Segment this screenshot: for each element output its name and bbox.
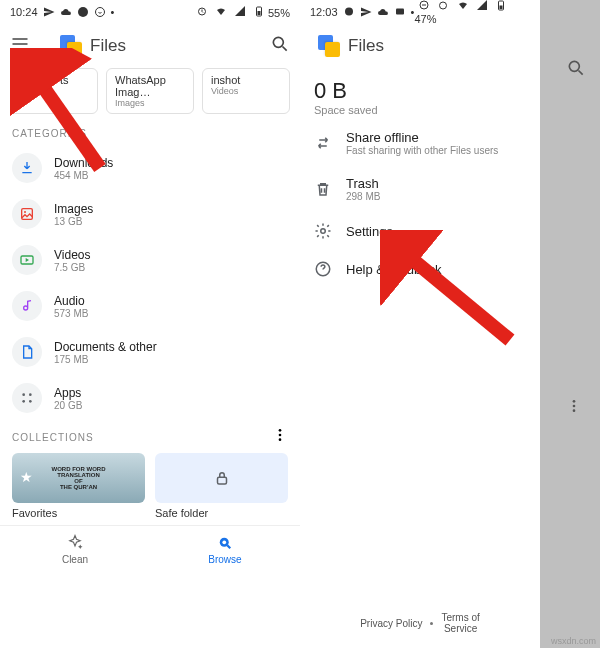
doc-icon xyxy=(12,337,42,367)
svg-point-11 xyxy=(22,400,25,403)
send-icon xyxy=(43,6,55,18)
dot-separator xyxy=(430,622,433,625)
collections-label: COLLECTIONS xyxy=(12,432,94,443)
nav-clean[interactable]: Clean xyxy=(0,526,150,573)
status-bar: 10:24 • 55% xyxy=(0,0,300,24)
svg-rect-24 xyxy=(499,6,502,10)
facebook-icon xyxy=(77,6,89,18)
drawer-share-offline[interactable]: Share offlineFast sharing with other Fil… xyxy=(300,120,540,166)
svg-point-29 xyxy=(573,405,576,408)
svg-point-18 xyxy=(222,540,226,544)
circle-arrow-icon xyxy=(94,6,106,18)
svg-point-13 xyxy=(279,429,282,432)
tos-link[interactable]: Terms ofService xyxy=(441,612,479,634)
alarm-icon xyxy=(196,5,208,17)
svg-point-28 xyxy=(573,400,576,403)
time-label: 12:03 xyxy=(310,6,338,18)
cloud-icon xyxy=(60,6,72,18)
messenger-icon xyxy=(343,6,355,18)
trash-icon xyxy=(314,180,332,198)
swap-icon xyxy=(314,134,332,152)
svg-point-25 xyxy=(321,229,326,234)
more-vert-icon[interactable] xyxy=(566,398,582,418)
sparkle-icon xyxy=(66,534,84,552)
browse-icon xyxy=(216,534,234,552)
category-videos[interactable]: Videos7.5 GB xyxy=(0,237,300,283)
battery-icon xyxy=(253,5,265,17)
wifi-icon xyxy=(457,0,469,11)
audio-icon xyxy=(12,291,42,321)
safe-thumb xyxy=(155,453,288,503)
status-bar: 12:03 • 47% xyxy=(300,0,540,24)
svg-rect-20 xyxy=(396,9,404,15)
svg-rect-16 xyxy=(217,477,226,484)
watermark: wsxdn.com xyxy=(551,636,596,646)
collections-row: WORD FOR WORD TRANSLATION OF THE QUR'AN … xyxy=(0,447,300,525)
svg-point-1 xyxy=(95,8,104,17)
svg-rect-4 xyxy=(257,11,260,15)
chip-inshot[interactable]: inshot Videos xyxy=(202,68,290,114)
lock-icon xyxy=(213,469,231,487)
help-icon xyxy=(314,260,332,278)
status-right: 47% xyxy=(414,0,530,25)
cloud-icon xyxy=(377,6,389,18)
svg-point-14 xyxy=(279,434,282,437)
collection-favorites[interactable]: WORD FOR WORD TRANSLATION OF THE QUR'AN … xyxy=(12,453,145,519)
more-vert-icon[interactable] xyxy=(272,427,288,447)
app-title: Files xyxy=(348,36,384,56)
drawer-header: Files xyxy=(300,24,540,68)
dnd-icon xyxy=(418,0,430,11)
svg-point-15 xyxy=(279,438,282,441)
dot-icon: • xyxy=(111,6,115,18)
send-icon xyxy=(360,6,372,18)
collection-safe-folder[interactable]: Safe folder xyxy=(155,453,288,519)
drawer-trash[interactable]: Trash298 MB xyxy=(300,166,540,212)
svg-point-19 xyxy=(345,8,353,16)
apps-icon xyxy=(12,383,42,413)
svg-rect-6 xyxy=(22,209,33,220)
svg-point-12 xyxy=(29,400,32,403)
svg-point-5 xyxy=(273,37,283,47)
alarm-icon xyxy=(437,0,449,11)
space-saved-block: 0 B Space saved xyxy=(300,68,540,120)
drawer-footer: Privacy Policy Terms ofService xyxy=(300,598,540,648)
category-images[interactable]: Images13 GB xyxy=(0,191,300,237)
svg-point-30 xyxy=(573,409,576,412)
battery-icon xyxy=(495,0,507,11)
svg-point-10 xyxy=(29,393,32,396)
chat-icon xyxy=(394,6,406,18)
status-right: 55% xyxy=(192,5,290,19)
signal-icon xyxy=(476,0,488,11)
space-amount: 0 B xyxy=(314,78,526,104)
category-documents[interactable]: Documents & other175 MB xyxy=(0,329,300,375)
signal-icon xyxy=(234,5,246,17)
category-apps[interactable]: Apps20 GB xyxy=(0,375,300,421)
files-logo-icon xyxy=(318,35,340,57)
video-icon xyxy=(12,245,42,275)
svg-point-22 xyxy=(440,2,447,9)
time-label: 10:24 xyxy=(10,6,38,18)
image-icon xyxy=(12,199,42,229)
favorites-thumb: WORD FOR WORD TRANSLATION OF THE QUR'AN … xyxy=(12,453,145,503)
svg-point-0 xyxy=(78,7,88,17)
battery-label: 55% xyxy=(268,7,290,19)
drawer-scrim[interactable] xyxy=(540,0,600,648)
collections-header: COLLECTIONS xyxy=(0,421,300,447)
svg-point-7 xyxy=(24,211,26,213)
search-icon[interactable] xyxy=(270,34,290,58)
star-icon: ★ xyxy=(20,469,33,485)
nav-browse[interactable]: Browse xyxy=(150,526,300,573)
privacy-link[interactable]: Privacy Policy xyxy=(360,618,422,629)
wifi-icon xyxy=(215,5,227,17)
annotation-arrow-hamburger xyxy=(10,48,120,178)
svg-point-27 xyxy=(569,61,579,71)
space-label: Space saved xyxy=(314,104,526,116)
svg-point-9 xyxy=(22,393,25,396)
search-icon[interactable] xyxy=(566,58,586,82)
bottom-nav: Clean Browse xyxy=(0,525,300,573)
annotation-arrow-trash xyxy=(380,230,520,350)
category-audio[interactable]: Audio573 MB xyxy=(0,283,300,329)
gear-icon xyxy=(314,222,332,240)
